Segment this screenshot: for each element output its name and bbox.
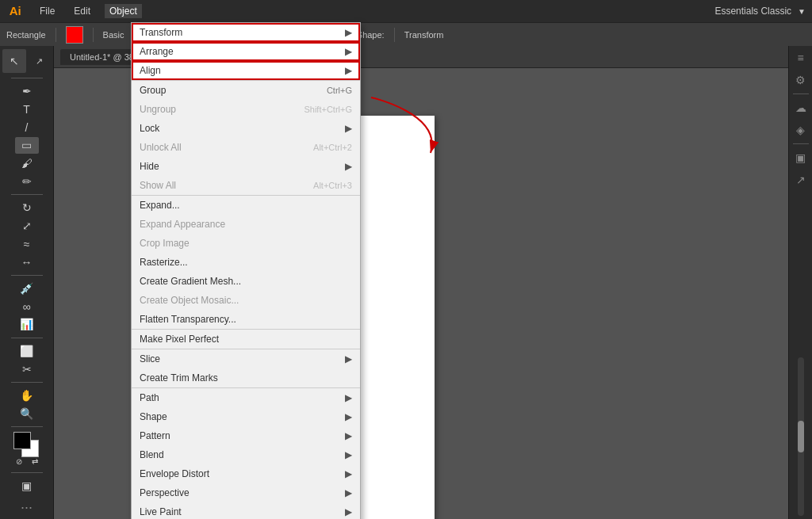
ungroup-shortcut: Shift+Ctrl+G <box>304 105 352 114</box>
lock-label: Lock <box>140 123 342 134</box>
perspective-label: Perspective <box>140 487 342 498</box>
menu-lock[interactable]: Lock ▶ <box>132 119 360 138</box>
transform-label: Transform <box>140 27 342 38</box>
menu-ungroup[interactable]: Ungroup Shift+Ctrl+G <box>132 100 360 119</box>
rasterize-label: Rasterize... <box>140 257 352 268</box>
blend-arrow-icon: ▶ <box>345 449 352 460</box>
live-paint-label: Live Paint <box>140 506 342 517</box>
menu-hide[interactable]: Hide ▶ <box>132 157 360 176</box>
menu-unlock-all[interactable]: Unlock All Alt+Ctrl+2 <box>132 138 360 157</box>
ungroup-label: Ungroup <box>140 104 304 115</box>
shape-label: Shape <box>140 411 342 422</box>
pattern-label: Pattern <box>140 430 342 441</box>
menu-crop-image[interactable]: Crop Image <box>132 234 360 253</box>
align-arrow-icon: ▶ <box>345 65 352 76</box>
menu-arrange[interactable]: Arrange ▶ <box>132 42 360 61</box>
path-label: Path <box>140 392 342 403</box>
menu-object-mosaic[interactable]: Create Object Mosaic... <box>132 291 360 310</box>
object-mosaic-label: Create Object Mosaic... <box>140 295 352 306</box>
gradient-mesh-label: Create Gradient Mesh... <box>140 276 352 287</box>
perspective-arrow-icon: ▶ <box>345 487 352 498</box>
menu-expand[interactable]: Expand... <box>132 196 360 215</box>
menu-section-3: Expand... Expand Appearance Crop Image R… <box>132 195 360 329</box>
menu-live-paint[interactable]: Live Paint ▶ <box>132 502 360 519</box>
trim-marks-label: Create Trim Marks <box>140 372 352 384</box>
menu-section-1: Transform ▶ Arrange ▶ Align ▶ <box>132 23 360 80</box>
group-shortcut: Ctrl+G <box>327 86 352 95</box>
slice-arrow-icon: ▶ <box>345 353 352 364</box>
menu-blend[interactable]: Blend ▶ <box>132 445 360 464</box>
menu-path[interactable]: Path ▶ <box>132 388 360 407</box>
pixel-perfect-label: Make Pixel Perfect <box>140 334 352 345</box>
arrange-arrow-icon: ▶ <box>345 46 352 57</box>
show-all-shortcut: Alt+Ctrl+3 <box>313 181 352 190</box>
menu-pixel-perfect[interactable]: Make Pixel Perfect <box>132 330 360 349</box>
shape-arrow-icon: ▶ <box>345 411 352 422</box>
hide-label: Hide <box>140 161 342 172</box>
show-all-label: Show All <box>140 180 313 191</box>
menu-expand-appearance[interactable]: Expand Appearance <box>132 215 360 234</box>
envelope-arrow-icon: ▶ <box>345 468 352 479</box>
unlock-shortcut: Alt+Ctrl+2 <box>313 143 352 152</box>
menu-align[interactable]: Align ▶ <box>132 61 360 80</box>
transform-arrow-icon: ▶ <box>345 27 352 38</box>
menu-section-6: Path ▶ Shape ▶ Pattern ▶ Blend ▶ Envelop… <box>132 387 360 519</box>
menu-show-all[interactable]: Show All Alt+Ctrl+3 <box>132 176 360 195</box>
blend-menu-label: Blend <box>140 449 342 460</box>
menu-section-2: Group Ctrl+G Ungroup Shift+Ctrl+G Lock ▶… <box>132 80 360 195</box>
expand-label: Expand... <box>140 200 352 211</box>
menu-section-5: Slice ▶ Create Trim Marks <box>132 349 360 387</box>
crop-image-label: Crop Image <box>140 238 352 249</box>
menu-slice[interactable]: Slice ▶ <box>132 349 360 368</box>
menu-pattern[interactable]: Pattern ▶ <box>132 426 360 445</box>
menu-flatten[interactable]: Flatten Transparency... <box>132 310 360 329</box>
object-menu-dropdown: Transform ▶ Arrange ▶ Align ▶ Group Ctrl… <box>131 22 361 519</box>
menu-rasterize[interactable]: Rasterize... <box>132 253 360 272</box>
menu-envelope-distort[interactable]: Envelope Distort ▶ <box>132 464 360 483</box>
envelope-distort-label: Envelope Distort <box>140 468 342 479</box>
dropdown-overlay: Transform ▶ Arrange ▶ Align ▶ Group Ctrl… <box>0 0 812 519</box>
unlock-all-label: Unlock All <box>140 142 313 153</box>
menu-trim-marks[interactable]: Create Trim Marks <box>132 368 360 387</box>
menu-shape[interactable]: Shape ▶ <box>132 407 360 426</box>
menu-transform[interactable]: Transform ▶ <box>132 23 360 42</box>
live-paint-arrow-icon: ▶ <box>345 506 352 517</box>
arrange-label: Arrange <box>140 46 342 57</box>
pattern-arrow-icon: ▶ <box>345 430 352 441</box>
lock-arrow-icon: ▶ <box>345 123 352 134</box>
align-label: Align <box>140 65 342 76</box>
menu-section-4: Make Pixel Perfect <box>132 329 360 349</box>
menu-gradient-mesh[interactable]: Create Gradient Mesh... <box>132 272 360 291</box>
slice-label: Slice <box>140 353 342 364</box>
menu-perspective[interactable]: Perspective ▶ <box>132 483 360 502</box>
path-arrow-icon: ▶ <box>345 392 352 403</box>
expand-appearance-label: Expand Appearance <box>140 219 352 230</box>
menu-group[interactable]: Group Ctrl+G <box>132 81 360 100</box>
group-label: Group <box>140 85 327 96</box>
hide-arrow-icon: ▶ <box>345 161 352 172</box>
flatten-label: Flatten Transparency... <box>140 314 352 325</box>
